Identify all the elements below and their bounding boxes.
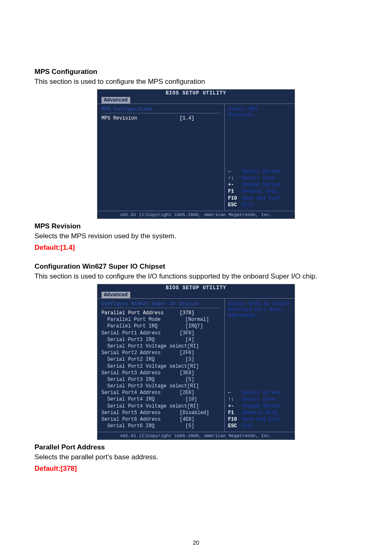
bios-screenshot-superio: BIOS SETUP UTILITY Advanced Configure Wi… <box>97 284 295 440</box>
bios-key-desc: Select Screen <box>242 168 281 175</box>
bios-row: Serial Port1 Address[3F8] <box>101 330 220 336</box>
bios-footer: v02.61 (C)Copyright 1985-2006, American … <box>97 211 295 219</box>
bios-key-desc: Change Option <box>242 403 281 410</box>
bios-row: Serial Port4 Voltage select[RI] <box>101 403 220 410</box>
bios-row-value: [4] <box>185 336 220 343</box>
bios-key-desc: General Help <box>242 410 277 416</box>
bios-key: ↑↓ <box>228 396 242 403</box>
default-value: Default:[1.4] <box>35 244 357 252</box>
bios-left-pane: MPS Configuration MPS Revision [1.4] <box>97 104 225 211</box>
bios-row: Serial Port3 Voltage select[RI] <box>101 383 220 389</box>
bios-row: Serial Port4 Address[2E8] <box>101 389 220 396</box>
bios-row: Serial Port4 IRQ[10] <box>101 396 220 403</box>
bios-row-value: [RI] <box>187 383 220 389</box>
subsection-heading-parallel-port: Parallel Port Address <box>35 443 357 451</box>
bios-row: Serial Port3 IRQ[5] <box>101 376 220 383</box>
bios-key: ESC <box>228 423 242 429</box>
bios-row-label: Serial Port4 Voltage select <box>101 403 187 410</box>
bios-key-row: +-Change Option <box>228 403 291 410</box>
default-value: Default:[378] <box>35 465 357 473</box>
bios-right-pane: Select MPS Revision. ←Select Screen↑↓Sel… <box>225 104 295 211</box>
tab-advanced: Advanced <box>101 97 130 104</box>
bios-key-row: ←Select Screen <box>228 168 291 175</box>
bios-key: ← <box>228 389 242 396</box>
bios-key: ↑↓ <box>228 175 242 182</box>
bios-row: Serial Port1 IRQ[4] <box>101 336 220 343</box>
bios-row-label: Serial Port4 Address <box>101 389 180 396</box>
bios-key: F10 <box>228 195 242 202</box>
bios-row: Serial Port2 Address[2F8] <box>101 350 220 356</box>
bios-row-value: [4E8] <box>180 416 220 423</box>
bios-row-label: Parallel Port IRQ <box>101 323 185 329</box>
bios-key-desc: Select Item <box>242 175 274 182</box>
bios-row-value: [10] <box>185 396 220 403</box>
bios-key-row: +-Change Option <box>228 182 291 188</box>
bios-row: Serial Port1 Voltage select[RI] <box>101 343 220 350</box>
bios-row-value: [5] <box>185 376 220 383</box>
bios-row-value: [Disabled] <box>180 410 220 416</box>
bios-row-value: [2E8] <box>180 389 220 396</box>
bios-row-label: Serial Port2 Address <box>101 350 180 356</box>
bios-key: F1 <box>228 410 242 416</box>
bios-row-label: Serial Port1 IRQ <box>101 336 185 343</box>
bios-row-value: [RI] <box>187 363 220 370</box>
bios-section-title: MPS Configuration <box>101 106 220 113</box>
subsection-heading-mps-revision: MPS Revision <box>35 222 357 230</box>
bios-row-value: [IRQ7] <box>185 323 220 329</box>
bios-key-row: F10Save and Exit <box>228 195 291 202</box>
bios-section-title: Configure Win627 Super IO Chipset <box>101 301 220 308</box>
section-heading-mps-config: MPS Configuration <box>35 68 357 76</box>
section-intro-mps-config: This section is used to configure the MP… <box>35 78 357 86</box>
bios-row-label: Parallel Port Address <box>101 310 180 316</box>
bios-row-value: [2F8] <box>180 350 220 356</box>
bios-help-line: Revision. <box>228 112 291 118</box>
bios-key-row: F1General Help <box>228 188 291 195</box>
bios-row: Serial Port6 Address[4E8] <box>101 416 220 423</box>
bios-row-value: [3F8] <box>180 330 220 336</box>
bios-title: BIOS SETUP UTILITY <box>97 90 295 96</box>
bios-key-row: ESCExit <box>228 202 291 208</box>
bios-key-help: ←Select Screen↑↓Select Item+-Change Opti… <box>228 389 291 429</box>
bios-row-label: Serial Port2 IRQ <box>101 356 185 363</box>
bios-row-value: [Normal] <box>185 316 220 323</box>
bios-key: F10 <box>228 416 242 423</box>
bios-row-label: Serial Port5 Address <box>101 410 180 416</box>
bios-row-label: Serial Port4 IRQ <box>101 396 185 403</box>
bios-help-line: Allows BIOS to Select <box>228 301 291 307</box>
bios-left-pane: Configure Win627 Super IO Chipset Parall… <box>97 299 225 432</box>
bios-help-line: Parallel Port Base <box>228 307 291 313</box>
bios-tab-row: Advanced <box>97 96 295 104</box>
bios-tab-row: Advanced <box>97 291 295 298</box>
bios-row-label: MPS Revision <box>101 115 180 122</box>
bios-row-value: [1.4] <box>180 115 220 122</box>
bios-row: Serial Port2 IRQ[3] <box>101 356 220 363</box>
bios-row-label: Parallel Port Mode <box>101 316 185 323</box>
bios-title: BIOS SETUP UTILITY <box>97 284 295 291</box>
bios-help-line: Addresses. <box>228 313 291 318</box>
bios-row-label: Serial Port6 Address <box>101 416 180 423</box>
bios-key-row: ↑↓Select Item <box>228 396 291 403</box>
bios-row-label: Serial Port1 Address <box>101 330 180 336</box>
bios-row-label: Serial Port3 Voltage select <box>101 383 187 389</box>
bios-row-label: Serial Port2 Voltage select <box>101 363 187 370</box>
section-intro-superio: This section is used to configure the I/… <box>35 272 357 281</box>
subsection-text-parallel-port: Selects the parallel port's base address… <box>35 453 357 461</box>
bios-key-desc: Save and Exit <box>242 195 281 202</box>
bios-key-row: F10Save and Exit <box>228 416 291 423</box>
bios-row: Parallel Port IRQ[IRQ7] <box>101 323 220 329</box>
bios-row-label: Serial Port1 Voltage select <box>101 343 187 350</box>
bios-key-desc: Change Option <box>242 182 281 188</box>
bios-key-desc: Exit <box>242 423 254 429</box>
bios-key-row: ←Select Screen <box>228 389 291 396</box>
bios-screenshot-mps: BIOS SETUP UTILITY Advanced MPS Configur… <box>97 89 295 219</box>
bios-row: Parallel Port Mode[Normal] <box>101 316 220 323</box>
bios-row-label: Serial Port3 IRQ <box>101 376 185 383</box>
bios-row-label: Serial Port6 IRQ <box>101 423 185 429</box>
bios-key: +- <box>228 403 242 410</box>
bios-key: F1 <box>228 188 242 195</box>
bios-key-help: ←Select Screen↑↓Select Item+-Change Opti… <box>228 168 291 208</box>
bios-row-value: [3E8] <box>180 370 220 376</box>
bios-row-value: [5] <box>185 423 220 429</box>
subsection-text-mps-revision: Selects the MPS revision used by the sys… <box>35 232 357 240</box>
bios-row: Serial Port2 Voltage select[RI] <box>101 363 220 370</box>
